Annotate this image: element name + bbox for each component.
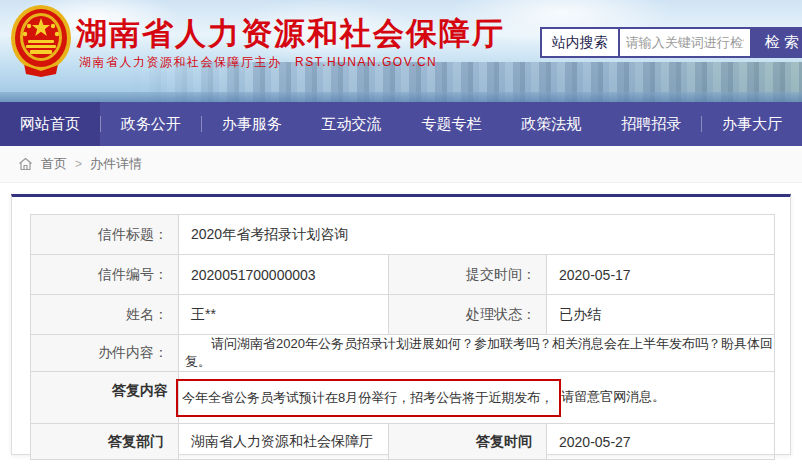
submit-time-label: 提交时间： (389, 255, 547, 295)
banner-river (0, 92, 802, 102)
reply-time-value: 2020-05-27 (547, 424, 775, 460)
site-search: 站内搜索 检 索 (540, 27, 802, 58)
content-label: 办件内容： (31, 335, 179, 372)
home-icon (18, 157, 33, 171)
table-row: 答复部门 湖南省人力资源和社会保障厅 答复时间 2020-05-27 (31, 424, 775, 460)
site-subtitle: 湖南省人力资源和社会保障厅主办 RST.HUNAN.GOV.CN (79, 54, 437, 71)
breadcrumb: 首页 > 办件详情 (0, 146, 802, 183)
nav-item-policies[interactable]: 政策法规 (501, 102, 601, 146)
reply-rest-text: 请留意官网消息。 (561, 389, 665, 404)
table-row: 信件编号： 2020051700000003 提交时间： 2020-05-17 (31, 255, 775, 295)
national-emblem-icon (10, 4, 72, 78)
nav-item-home[interactable]: 网站首页 (0, 102, 100, 146)
breadcrumb-home[interactable]: 首页 (41, 155, 67, 173)
search-label: 站内搜索 (540, 27, 620, 58)
reply-value: 今年全省公务员考试预计在8月份举行，招考公告将于近期发布，请留意官网消息。 (179, 372, 775, 424)
nav-item-gov-affairs[interactable]: 政务公开 (101, 102, 201, 146)
letter-title-label: 信件标题： (31, 215, 179, 255)
table-row: 答复内容 今年全省公务员考试预计在8月份举行，招考公告将于近期发布，请留意官网消… (31, 372, 775, 424)
table-row: 办件内容： 请问湖南省2020年公务员招录计划进展如何？参加联考吗？相关消息会在… (31, 335, 775, 372)
submit-time-value: 2020-05-17 (547, 255, 775, 295)
nav-item-special-topics[interactable]: 专题专栏 (402, 102, 502, 146)
content-value: 请问湖南省2020年公务员招录计划进展如何？参加联考吗？相关消息会在上半年发布吗… (179, 335, 775, 372)
status-label: 处理状态： (389, 295, 547, 335)
reply-dept-label: 答复部门 (31, 424, 179, 460)
nav-item-services[interactable]: 办事服务 (202, 102, 302, 146)
letter-title-value: 2020年省考招录计划咨询 (179, 215, 775, 255)
breadcrumb-current: 办件详情 (90, 155, 142, 173)
reply-label: 答复内容 (31, 372, 179, 424)
nav-item-recruitment[interactable]: 招聘招录 (601, 102, 701, 146)
table-row: 信件标题： 2020年省考招录计划咨询 (31, 215, 775, 255)
letter-detail-panel: 信件标题： 2020年省考招录计划咨询 信件编号： 20200517000000… (11, 194, 791, 455)
main-nav: 网站首页 政务公开 办事服务 互动交流 专题专栏 政策法规 招聘招录 办事大厅 (0, 102, 802, 146)
reply-dept-value: 湖南省人力资源和社会保障厅 (179, 424, 389, 460)
search-input[interactable] (620, 27, 752, 58)
letter-number-label: 信件编号： (31, 255, 179, 295)
name-value: 王** (179, 295, 389, 335)
site-title: 湖南省人力资源和社会保障厅 (76, 13, 505, 55)
status-value: 已办结 (547, 295, 775, 335)
letter-number-value: 2020051700000003 (179, 255, 389, 295)
reply-highlight-box: 今年全省公务员考试预计在8月份举行，招考公告将于近期发布， (176, 379, 561, 417)
site-banner: 湖南省人力资源和社会保障厅 湖南省人力资源和社会保障厅主办 RST.HUNAN.… (0, 0, 802, 102)
breadcrumb-separator: > (75, 157, 82, 171)
nav-item-interaction[interactable]: 互动交流 (302, 102, 402, 146)
search-button[interactable]: 检 索 (752, 27, 802, 58)
table-row: 姓名： 王** 处理状态： 已办结 (31, 295, 775, 335)
name-label: 姓名： (31, 295, 179, 335)
reply-time-label: 答复时间 (389, 424, 547, 460)
nav-item-service-hall[interactable]: 办事大厅 (702, 102, 802, 146)
letter-detail-table: 信件标题： 2020年省考招录计划咨询 信件编号： 20200517000000… (30, 214, 775, 460)
